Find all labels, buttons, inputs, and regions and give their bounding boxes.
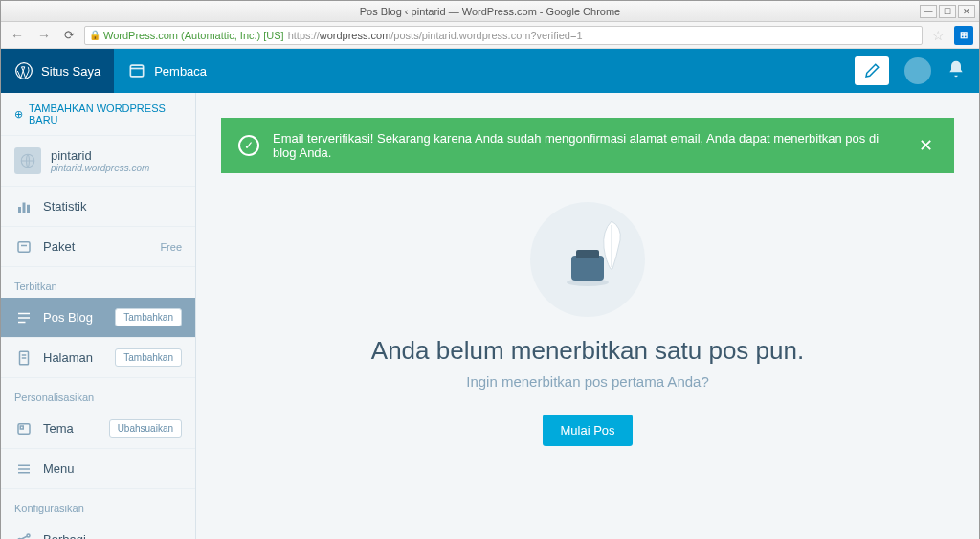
posts-add-button[interactable]: Tambahkan — [115, 308, 182, 326]
sidebar-item-label: Statistik — [43, 199, 182, 213]
svg-line-23 — [21, 536, 27, 539]
sidebar-item-label: Menu — [43, 461, 182, 476]
section-publish-heading: Terbitkan — [1, 267, 195, 298]
masterbar-my-sites[interactable]: Situs Saya — [1, 49, 114, 93]
browser-titlebar: Pos Blog ‹ pintarid — WordPress.com - Go… — [1, 1, 979, 22]
sidebar-item-label: Berbagi — [43, 532, 182, 539]
masterbar-reader-label: Pembaca — [154, 64, 207, 79]
masterbar-reader[interactable]: Pembaca — [114, 49, 220, 93]
sidebar-item-themes[interactable]: Tema Ubahsuaikan — [1, 409, 195, 449]
window-minimize-button[interactable]: — — [920, 5, 937, 18]
empty-state-title: Anda belum menerbitkan satu pos pun. — [371, 336, 804, 366]
sidebar-item-label: Paket — [43, 239, 150, 254]
pages-add-button[interactable]: Tambahkan — [115, 348, 182, 367]
pencil-icon — [863, 62, 880, 79]
site-name: pintarid — [51, 148, 149, 163]
masterbar: Situs Saya Pembaca — [1, 49, 979, 93]
sidebar-item-menus[interactable]: Menu — [1, 449, 195, 489]
checkmark-icon: ✓ — [238, 135, 259, 156]
site-selector[interactable]: pintarid pintarid.wordpress.com — [1, 136, 195, 187]
globe-icon — [14, 147, 41, 174]
sidebar-item-stats[interactable]: Statistik — [1, 187, 195, 227]
secure-badge: 🔒 WordPress.com (Automattic, Inc.) [US] — [89, 30, 284, 41]
sidebar-item-plan[interactable]: Paket Free — [1, 227, 195, 267]
success-notice: ✓ Email terverifikasi! Sekarang karena A… — [221, 118, 954, 173]
window-maximize-button[interactable]: ☐ — [939, 5, 956, 18]
svg-rect-1 — [130, 65, 143, 77]
notice-close-button[interactable]: ✕ — [915, 135, 937, 156]
extension-icon[interactable]: ⊞ — [954, 26, 973, 45]
site-url: pintarid.wordpress.com — [51, 163, 149, 173]
compose-button[interactable] — [855, 56, 889, 85]
window-close-button[interactable]: ✕ — [958, 5, 975, 18]
empty-state-subtitle: Ingin menerbitkan pos pertama Anda? — [466, 373, 709, 390]
secure-label: WordPress.com (Automattic, Inc.) [US] — [103, 30, 284, 41]
back-button[interactable]: ← — [7, 26, 28, 45]
sidebar-item-label: Halaman — [43, 350, 105, 365]
add-site-label: TAMBAHKAN WORDPRESS BARU — [29, 102, 182, 125]
address-bar[interactable]: 🔒 WordPress.com (Automattic, Inc.) [US] … — [84, 26, 923, 45]
sidebar: ⊕ TAMBAHKAN WORDPRESS BARU pintarid pint… — [1, 93, 196, 539]
lock-icon: 🔒 — [89, 30, 100, 40]
themes-icon — [14, 420, 33, 438]
svg-rect-5 — [23, 202, 26, 213]
notifications-bell-icon[interactable] — [947, 59, 966, 83]
plan-level-text: Free — [160, 241, 182, 253]
inkwell-illustration — [530, 202, 645, 317]
sidebar-item-posts[interactable]: Pos Blog Tambahkan — [1, 298, 195, 338]
svg-rect-6 — [27, 204, 30, 212]
stats-icon — [14, 198, 33, 215]
section-configure-heading: Konfigurasikan — [1, 489, 195, 520]
user-avatar[interactable] — [904, 57, 931, 84]
plus-circle-icon: ⊕ — [14, 108, 23, 121]
feather-icon — [599, 219, 624, 271]
main-content: ✓ Email terverifikasi! Sekarang karena A… — [196, 93, 979, 539]
notice-text: Email terverifikasi! Sekarang karena And… — [273, 131, 902, 160]
menu-icon — [14, 460, 33, 478]
themes-customize-button[interactable]: Ubahsuaikan — [109, 419, 182, 438]
masterbar-my-sites-label: Situs Saya — [41, 64, 100, 79]
add-wordpress-button[interactable]: ⊕ TAMBAHKAN WORDPRESS BARU — [1, 93, 195, 136]
posts-icon — [14, 309, 33, 326]
reload-button[interactable]: ⟳ — [60, 26, 78, 44]
reader-icon — [127, 61, 146, 80]
bookmark-star-icon[interactable]: ☆ — [928, 28, 948, 43]
url-host: wordpress.com — [320, 30, 391, 41]
forward-button[interactable]: → — [33, 26, 55, 45]
window-title: Pos Blog ‹ pintarid — WordPress.com - Go… — [360, 6, 620, 17]
section-personalize-heading: Personalisasikan — [1, 378, 195, 409]
svg-rect-16 — [20, 426, 23, 429]
svg-point-21 — [27, 534, 30, 537]
url-prefix: https:// — [288, 30, 320, 41]
sidebar-item-pages[interactable]: Halaman Tambahkan — [1, 338, 195, 378]
share-icon — [14, 531, 33, 540]
wordpress-icon — [14, 61, 33, 80]
svg-rect-4 — [18, 207, 21, 213]
empty-state: Anda belum menerbitkan satu pos pun. Ing… — [221, 173, 954, 475]
plan-icon — [14, 238, 33, 256]
url-path: /posts/pintarid.wordpress.com?verified=1 — [390, 30, 582, 41]
svg-point-0 — [16, 63, 33, 79]
pages-icon — [14, 349, 33, 367]
svg-rect-7 — [18, 241, 30, 252]
browser-toolbar: ← → ⟳ 🔒 WordPress.com (Automattic, Inc.)… — [1, 22, 979, 49]
sidebar-item-label: Pos Blog — [43, 310, 105, 325]
start-post-button[interactable]: Mulai Pos — [543, 415, 632, 446]
sidebar-item-label: Tema — [43, 421, 100, 436]
sidebar-item-sharing[interactable]: Berbagi — [1, 520, 195, 539]
